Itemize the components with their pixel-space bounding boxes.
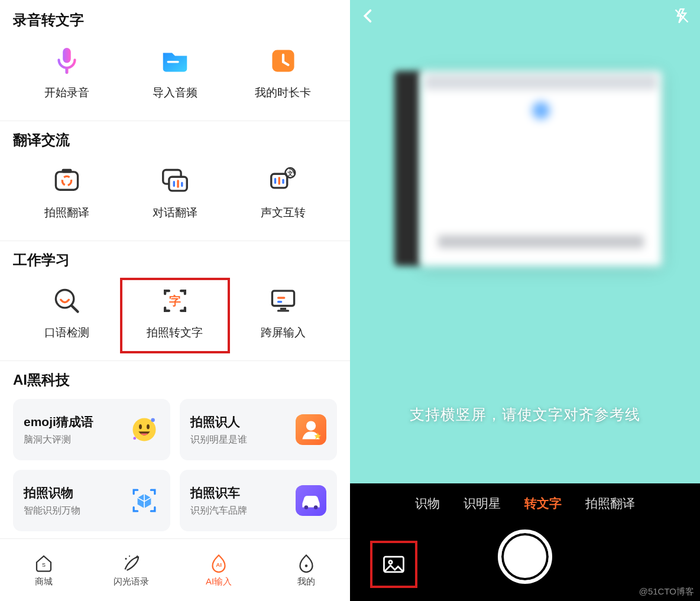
tool-label: 开始录音 — [44, 85, 89, 100]
svg-rect-15 — [282, 179, 284, 184]
tool-oral-detect[interactable]: 口语检测 — [13, 279, 121, 352]
camera-translate-icon — [51, 165, 83, 197]
tool-label: 口语检测 — [44, 325, 89, 340]
nav-mine[interactable]: 我的 — [262, 539, 350, 601]
microphone-icon — [51, 45, 83, 77]
svg-rect-11 — [181, 182, 183, 187]
svg-point-31 — [306, 421, 316, 430]
card-photo-identify-object[interactable]: 拍照识物 智能识别万物 — [13, 470, 170, 531]
card-photo-identify-person[interactable]: 拍照识人 识别明星是谁 — [180, 399, 337, 460]
section-ai-tech: AI黑科技 emoji猜成语 脑洞大评测 拍照识人 识别明星是谁 — [0, 366, 350, 538]
gallery-icon — [381, 551, 407, 577]
svg-text:AI: AI — [216, 561, 222, 568]
svg-text:字: 字 — [169, 294, 181, 307]
mode-to-text[interactable]: 转文字 — [524, 495, 562, 512]
tool-photo-to-text[interactable]: 字 拍照转文字 — [121, 279, 229, 352]
svg-point-32 — [304, 505, 309, 509]
tool-label: 拍照转文字 — [147, 325, 203, 340]
card-title: 拍照识车 — [190, 485, 247, 501]
feather-icon — [121, 553, 142, 574]
mode-selector[interactable]: 识物 识明星 转文字 拍照翻译 — [350, 483, 700, 518]
tool-label: 跨屏输入 — [261, 325, 306, 340]
svg-point-36 — [129, 555, 130, 557]
tool-label: 声文互转 — [261, 205, 306, 220]
svg-rect-14 — [278, 177, 280, 185]
card-photo-identify-car[interactable]: 拍照识车 识别汽车品牌 — [180, 470, 337, 531]
dialogue-icon — [159, 165, 191, 197]
svg-point-30 — [133, 437, 136, 440]
tool-voice-text-convert[interactable]: 文 声文互转 — [229, 159, 337, 232]
nav-label: 我的 — [297, 576, 315, 587]
mode-identify-object[interactable]: 识物 — [415, 495, 440, 512]
svg-rect-1 — [66, 68, 69, 74]
svg-point-41 — [389, 561, 393, 564]
svg-point-29 — [151, 418, 155, 423]
svg-rect-6 — [62, 169, 72, 173]
svg-rect-2 — [167, 61, 179, 63]
gallery-button[interactable] — [370, 541, 417, 588]
nav-label: 商城 — [35, 576, 53, 587]
scan-cube-icon — [129, 485, 160, 516]
svg-rect-0 — [63, 48, 72, 63]
card-subtitle: 智能识别万物 — [24, 505, 80, 517]
tool-label: 导入音频 — [153, 85, 197, 100]
section-translate: 翻译交流 拍照翻译 对话翻译 文 — [0, 126, 350, 241]
tool-duration-card[interactable]: 我的时长卡 — [229, 39, 337, 112]
svg-point-5 — [63, 176, 72, 185]
card-title: emoji猜成语 — [24, 414, 93, 430]
nav-label: 闪光语录 — [114, 576, 149, 587]
tool-import-audio[interactable]: 导入音频 — [121, 39, 229, 112]
card-subtitle: 识别明星是谁 — [190, 434, 247, 446]
watermark: @51CTO博客 — [639, 586, 694, 597]
nav-store[interactable]: S 商城 — [0, 539, 88, 601]
section-title: 录音转文字 — [13, 6, 337, 39]
shutter-button[interactable] — [498, 529, 552, 584]
flash-off-icon[interactable] — [672, 6, 692, 26]
mode-photo-translate[interactable]: 拍照翻译 — [585, 495, 635, 512]
tool-start-record[interactable]: 开始录音 — [13, 39, 121, 112]
card-subtitle: 识别汽车品牌 — [190, 505, 247, 517]
nav-ai-input[interactable]: AI AI输入 — [175, 539, 262, 601]
nav-flash-quotes[interactable]: 闪光语录 — [88, 539, 175, 601]
section-work-study: 工作学习 口语检测 字 拍照转文字 — [0, 246, 350, 361]
section-title: 翻译交流 — [13, 126, 337, 159]
tool-label: 我的时长卡 — [255, 85, 311, 100]
scroll-area[interactable]: 录音转文字 开始录音 导入音频 — [0, 0, 350, 538]
card-title: 拍照识人 — [190, 414, 247, 430]
tool-cross-screen-input[interactable]: 跨屏输入 — [229, 279, 337, 352]
card-title: 拍照识物 — [24, 485, 80, 501]
svg-rect-22 — [277, 297, 286, 298]
clock-icon — [267, 45, 299, 77]
svg-rect-10 — [177, 180, 179, 188]
nav-label: AI输入 — [206, 576, 232, 587]
blurred-preview — [394, 71, 662, 266]
mode-identify-star[interactable]: 识明星 — [464, 495, 501, 512]
svg-point-38 — [305, 564, 308, 567]
folder-icon — [159, 45, 191, 77]
svg-text:文: 文 — [286, 170, 293, 177]
drop-icon — [296, 553, 317, 574]
tool-dialogue-translate[interactable]: 对话翻译 — [121, 159, 229, 232]
features-screen: 录音转文字 开始录音 导入音频 — [0, 0, 350, 601]
tool-label: 拍照翻译 — [44, 205, 89, 220]
svg-point-28 — [147, 424, 150, 429]
svg-line-19 — [72, 306, 78, 311]
svg-rect-9 — [173, 181, 175, 187]
voice-text-icon: 文 — [267, 165, 299, 197]
svg-point-35 — [125, 558, 127, 560]
section-audio-to-text: 录音转文字 开始录音 导入音频 — [0, 6, 350, 121]
car-icon — [296, 485, 326, 516]
svg-rect-4 — [56, 172, 78, 190]
tool-photo-translate[interactable]: 拍照翻译 — [13, 159, 121, 232]
monitor-icon — [267, 285, 299, 317]
ai-drop-icon: AI — [208, 553, 229, 574]
back-button[interactable] — [358, 6, 378, 26]
svg-text:S: S — [42, 562, 46, 568]
svg-rect-13 — [274, 178, 276, 184]
svg-rect-23 — [277, 301, 282, 303]
camera-bottom-bar: 识物 识明星 转文字 拍照翻译 — [350, 483, 700, 601]
card-emoji-idiom[interactable]: emoji猜成语 脑洞大评测 — [13, 399, 170, 460]
camera-screen: 支持横竖屏，请使文字对齐参考线 识物 识明星 转文字 拍照翻译 — [350, 0, 700, 601]
svg-point-27 — [139, 424, 142, 429]
camera-viewfinder[interactable]: 支持横竖屏，请使文字对齐参考线 — [350, 0, 700, 483]
